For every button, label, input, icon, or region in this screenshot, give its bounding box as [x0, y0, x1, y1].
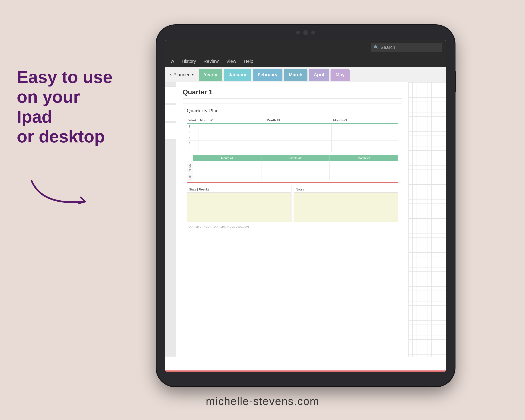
camera-dot-2 — [311, 31, 315, 34]
footer-text: PLANNED CHAOS | PLANNEDCHAOSLIVING.COM — [187, 225, 398, 228]
tab-march[interactable]: March — [284, 69, 308, 81]
stats-content[interactable] — [187, 193, 291, 222]
page-tab-2[interactable] — [165, 105, 176, 121]
headline-text: Easy to use on your Ipad or desktop — [17, 67, 126, 146]
the-plan-label: THE PLAN — [187, 161, 193, 182]
col-month1: Month #1 — [198, 117, 265, 123]
page-tabs — [165, 82, 176, 357]
table-row: 5 — [187, 146, 398, 152]
notes-box: Notes — [294, 186, 398, 222]
page-tab-1[interactable] — [165, 86, 176, 103]
camera-dot-main — [303, 30, 308, 35]
red-divider — [187, 182, 398, 183]
tab-february[interactable]: February — [253, 69, 282, 81]
content-area: Quarter 1 Quarterly Plan Week Month #1 M… — [165, 82, 446, 357]
menu-item-review[interactable]: Review — [204, 59, 219, 64]
menu-item-view[interactable]: View — [226, 59, 236, 64]
tab-yearly[interactable]: Yearly — [199, 69, 222, 81]
page-content: Quarter 1 Quarterly Plan Week Month #1 M… — [176, 82, 408, 357]
search-bar[interactable]: 🔍 Search — [371, 43, 442, 52]
the-plan-content: THE PLAN Month #1 Month #2 Month #3 — [187, 155, 398, 182]
tablet-top-bar — [156, 25, 455, 40]
the-plan-cell-3[interactable] — [330, 161, 398, 180]
tab-bar: s Planner ▼ Yearly January February Marc… — [165, 67, 446, 82]
the-plan-cell-2[interactable] — [262, 161, 330, 180]
col-week: Week — [187, 117, 198, 123]
menu-item-history[interactable]: History — [182, 59, 196, 64]
page-tab-3[interactable] — [165, 123, 176, 140]
notebook-title: s Planner ▼ — [167, 72, 197, 77]
col-month3: Month #3 — [331, 117, 398, 123]
website-url: michelle-stevens.com — [0, 395, 525, 407]
dropdown-icon[interactable]: ▼ — [191, 73, 195, 77]
tablet-device: 🔍 Search w History Review View Help s Pl… — [122, 17, 489, 395]
tablet-side-button — [455, 71, 456, 93]
the-plan-cell-1[interactable] — [193, 161, 262, 180]
search-input-label: Search — [381, 45, 395, 50]
table-row: 2 — [187, 129, 398, 135]
the-plan-headers: Month #1 Month #2 Month #3 — [193, 155, 398, 161]
app-toolbar: 🔍 Search — [165, 40, 446, 55]
notes-label: Notes — [294, 186, 398, 193]
the-plan-col3-header: Month #3 — [330, 155, 398, 161]
left-text-block: Easy to use on your Ipad or desktop — [17, 67, 126, 146]
tablet-screen: 🔍 Search w History Review View Help s Pl… — [165, 40, 446, 372]
table-row: 4 — [187, 141, 398, 146]
table-row: 3 — [187, 135, 398, 141]
tablet-body: 🔍 Search w History Review View Help s Pl… — [156, 25, 455, 386]
the-plan-col1-header: Month #1 — [193, 155, 262, 161]
camera-dot-1 — [296, 31, 300, 34]
the-plan-grid: Month #1 Month #2 Month #3 — [193, 155, 398, 182]
stats-box: Stats | Results — [187, 186, 291, 222]
quarterly-plan-box: Quarterly Plan Week Month #1 Month #2 Mo… — [183, 103, 402, 232]
right-grid-panel — [408, 82, 446, 357]
page-title: Quarter 1 — [183, 88, 402, 99]
col-month2: Month #2 — [265, 117, 331, 123]
the-plan-section: THE PLAN Month #1 Month #2 Month #3 — [187, 155, 398, 183]
grid-pattern — [409, 82, 446, 357]
the-plan-body — [193, 161, 398, 180]
search-icon: 🔍 — [374, 45, 378, 50]
tab-may[interactable]: May — [330, 69, 350, 81]
tab-april[interactable]: April — [309, 69, 329, 81]
table-row: 1 — [187, 123, 398, 129]
menu-bar: w History Review View Help — [165, 55, 446, 67]
menu-item-w[interactable]: w — [171, 59, 174, 64]
stats-label: Stats | Results — [187, 186, 291, 193]
stats-notes-section: Stats | Results Notes — [187, 186, 398, 222]
the-plan-label-col: THE PLAN — [187, 155, 193, 182]
weekly-plan-table: Week Month #1 Month #2 Month #3 1 2 3 — [187, 117, 398, 152]
menu-item-help[interactable]: Help — [244, 59, 253, 64]
quarterly-plan-title: Quarterly Plan — [187, 108, 398, 114]
tab-january[interactable]: January — [224, 69, 251, 81]
the-plan-col2-header: Month #2 — [262, 155, 330, 161]
notes-content[interactable] — [294, 193, 398, 222]
arrow-decoration — [25, 172, 113, 214]
